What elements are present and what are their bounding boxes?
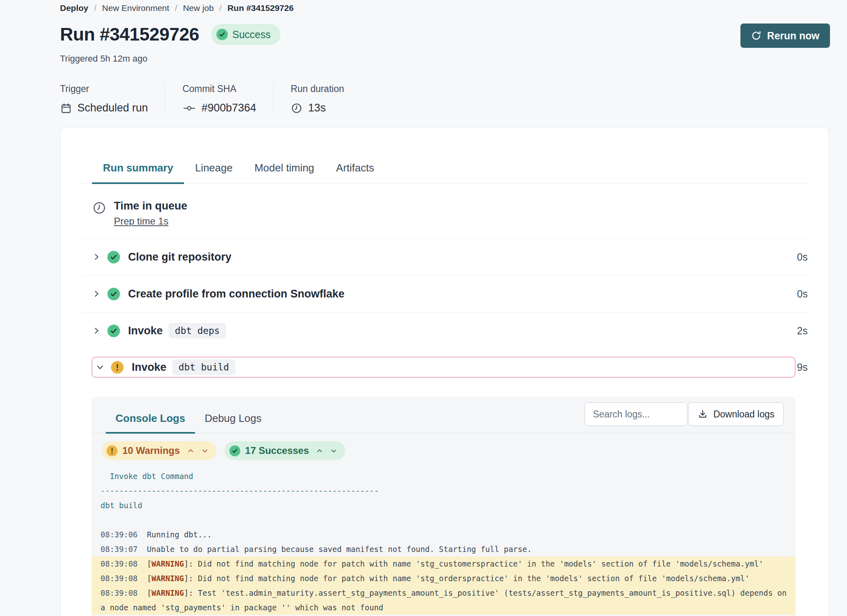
triggered-text: Triggered 5h 12m ago xyxy=(60,53,830,64)
log-line xyxy=(101,513,787,527)
step-row[interactable]: Create profile from connection Snowflake… xyxy=(81,276,808,312)
meta-commit: Commit SHA #900b7364 xyxy=(182,83,256,114)
step-row[interactable]: Clone git repository0s xyxy=(81,239,808,276)
step-duration: 0s xyxy=(797,288,808,300)
breadcrumb-separator: / xyxy=(94,3,96,13)
step-title: Invoke xyxy=(128,325,163,337)
meta-duration-label: Run duration xyxy=(291,83,344,94)
meta-duration-value: 13s xyxy=(308,102,326,114)
step-title: Clone git repository xyxy=(128,251,231,263)
tab-artifacts[interactable]: Artifacts xyxy=(325,162,385,184)
tab-debug-logs[interactable]: Debug Logs xyxy=(195,412,271,434)
meta-trigger-label: Trigger xyxy=(60,83,148,94)
log-panel: Console LogsDebug Logs Download logs 10 … xyxy=(92,397,796,616)
log-line: 08:39:08 [WARNING]: Did not find matchin… xyxy=(92,571,796,586)
tab-run-summary[interactable]: Run summary xyxy=(92,162,184,184)
download-icon xyxy=(697,409,708,419)
warning-label: WARNING xyxy=(152,588,184,597)
status-label: Success xyxy=(232,29,270,41)
log-line: dbt build xyxy=(101,498,787,513)
steps-list: Clone git repository0sCreate profile fro… xyxy=(60,239,829,385)
breadcrumb-item-new-job[interactable]: New job xyxy=(183,3,214,13)
status-success-icon xyxy=(107,325,120,337)
meta-trigger-value: Scheduled run xyxy=(77,102,148,114)
download-label: Download logs xyxy=(713,409,774,420)
warning-label: WARNING xyxy=(152,574,184,583)
prep-time-link[interactable]: Prep time 1s xyxy=(114,216,169,227)
clock-icon xyxy=(92,201,107,227)
chevron-down-icon[interactable] xyxy=(201,447,208,454)
clock-icon xyxy=(291,102,303,114)
meta-trigger: Trigger Scheduled run xyxy=(60,83,148,114)
tab-lineage[interactable]: Lineage xyxy=(184,162,244,184)
calendar-icon xyxy=(60,102,72,114)
step-duration: 9s xyxy=(797,361,808,373)
log-lines: Invoke dbt Command----------------------… xyxy=(92,469,796,615)
step-title: Invoke xyxy=(132,361,167,374)
log-line: 08:39:07 Unable to do partial parsing be… xyxy=(101,542,787,556)
log-line: 08:39:06 Running dbt... xyxy=(101,527,787,542)
chevron-right-icon[interactable] xyxy=(92,289,102,298)
step-row[interactable]: Invokedbt build9s xyxy=(81,349,808,385)
search-logs-input[interactable] xyxy=(584,402,687,426)
meta-commit-value: #900b7364 xyxy=(201,102,256,114)
step-duration: 0s xyxy=(797,251,808,263)
step-title: Create profile from connection Snowflake xyxy=(128,288,344,300)
breadcrumb-separator: / xyxy=(175,3,178,13)
rerun-label: Rerun now xyxy=(767,30,819,42)
step-duration: 2s xyxy=(797,325,808,337)
log-line: Invoke dbt Command xyxy=(101,469,787,483)
log-tabs: Console LogsDebug Logs xyxy=(106,412,271,433)
breadcrumb-item-run-341529726[interactable]: Run #341529726 xyxy=(227,3,293,13)
page-title: Run #341529726 xyxy=(60,24,199,45)
log-badges: 10 Warnings 17 Successes xyxy=(102,441,796,460)
status-badge: Success xyxy=(211,24,280,45)
log-line: 08:39:08 [WARNING]: Test 'test.admin_mat… xyxy=(92,586,796,615)
run-meta: Trigger Scheduled run Commit SHA #900b73… xyxy=(60,83,830,114)
summary-tabs: Run summaryLineageModel timingArtifacts xyxy=(81,162,808,184)
warnings-badge-label: 10 Warnings xyxy=(122,445,180,456)
chevron-right-icon[interactable] xyxy=(92,252,102,261)
commit-icon xyxy=(182,102,196,114)
check-circle-icon xyxy=(229,445,240,456)
run-summary-card: Run summaryLineageModel timingArtifacts … xyxy=(60,127,829,616)
tab-console-logs[interactable]: Console Logs xyxy=(106,412,195,434)
breadcrumb: Deploy/New Environment/New job/Run #3415… xyxy=(60,3,830,13)
warning-label: WARNING xyxy=(152,559,184,568)
log-line: ----------------------------------------… xyxy=(101,483,787,498)
queue-title: Time in queue xyxy=(114,200,187,212)
warning-circle-icon xyxy=(107,445,118,456)
time-in-queue-section: Time in queue Prep time 1s xyxy=(81,184,808,239)
check-circle-icon xyxy=(216,29,228,40)
step-row[interactable]: Invokedbt deps2s xyxy=(81,312,808,349)
chevron-right-icon[interactable] xyxy=(92,326,102,335)
status-success-icon xyxy=(107,288,120,300)
chevron-up-icon[interactable] xyxy=(187,447,194,454)
successes-badge[interactable]: 17 Successes xyxy=(225,441,345,460)
refresh-icon xyxy=(751,30,761,41)
chevron-down-icon[interactable] xyxy=(330,447,337,454)
step-command-chip: dbt build xyxy=(172,359,236,375)
log-line: 08:39:08 [WARNING]: Did not find matchin… xyxy=(92,556,796,571)
step-command-chip: dbt deps xyxy=(169,323,227,338)
breadcrumb-separator: / xyxy=(219,3,222,13)
tab-model-timing[interactable]: Model timing xyxy=(244,162,325,184)
breadcrumb-item-deploy[interactable]: Deploy xyxy=(60,3,88,13)
status-warning-icon xyxy=(111,361,124,374)
meta-duration: Run duration 13s xyxy=(291,83,344,114)
rerun-now-button[interactable]: Rerun now xyxy=(740,24,830,48)
header-row: Run #341529726 Success Rerun now xyxy=(60,21,830,48)
meta-commit-label: Commit SHA xyxy=(182,83,256,94)
divider xyxy=(273,83,274,114)
warnings-badge[interactable]: 10 Warnings xyxy=(102,441,216,460)
log-header: Console LogsDebug Logs Download logs xyxy=(92,397,796,433)
status-success-icon xyxy=(107,251,120,263)
successes-badge-label: 17 Successes xyxy=(245,445,309,456)
divider xyxy=(165,83,165,114)
chevron-up-icon[interactable] xyxy=(316,447,323,454)
breadcrumb-item-new-environment[interactable]: New Environment xyxy=(102,3,169,13)
chevron-down-icon[interactable] xyxy=(96,363,105,372)
download-logs-button[interactable]: Download logs xyxy=(688,402,784,426)
